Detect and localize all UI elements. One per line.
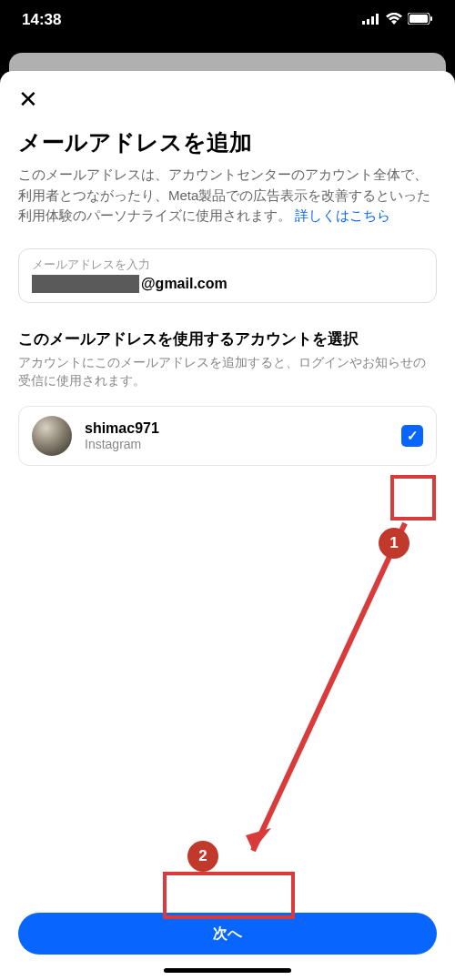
account-checkbox[interactable]: ✓ [401, 425, 423, 447]
account-platform: Instagram [85, 437, 389, 451]
avatar [32, 416, 72, 456]
redacted-email-prefix [32, 275, 139, 293]
svg-rect-1 [367, 19, 369, 25]
page-description: このメールアドレスは、アカウントセンターのアカウント全体で、利用者とつながったり… [18, 165, 437, 227]
battery-icon [408, 11, 433, 29]
email-input-value: @gmail.com [141, 276, 228, 292]
status-time: 14:38 [22, 11, 61, 29]
page-title: メールアドレスを追加 [18, 127, 437, 157]
annotation-step-1: 1 [379, 528, 410, 559]
email-input-label: メールアドレスを入力 [32, 257, 423, 273]
svg-rect-2 [371, 16, 374, 25]
close-button[interactable]: ✕ [18, 87, 38, 111]
annotation-highlight-checkbox [390, 475, 436, 520]
status-indicators [362, 11, 433, 29]
status-bar: 14:38 [0, 0, 455, 40]
svg-rect-6 [430, 16, 432, 21]
account-row[interactable]: shimac971 Instagram ✓ [18, 406, 437, 466]
account-username: shimac971 [85, 420, 389, 437]
svg-rect-3 [376, 14, 379, 25]
close-icon: ✕ [18, 86, 38, 113]
svg-rect-0 [362, 21, 365, 25]
check-icon: ✓ [407, 428, 419, 444]
modal-sheet: ✕ メールアドレスを追加 このメールアドレスは、アカウントセンターのアカウント全… [0, 71, 455, 980]
select-account-description: アカウントにこのメールアドレスを追加すると、ログインやお知らせの受信に使用されま… [18, 353, 437, 390]
home-indicator[interactable] [164, 968, 291, 973]
annotation-highlight-next-button [163, 872, 295, 919]
signal-icon [362, 11, 380, 29]
annotation-step-2: 2 [187, 841, 218, 872]
select-account-title: このメールアドレスを使用するアカウントを選択 [18, 328, 437, 349]
svg-rect-5 [410, 15, 428, 23]
learn-more-link[interactable]: 詳しくはこちら [295, 207, 390, 223]
email-input[interactable]: メールアドレスを入力 @gmail.com [18, 248, 437, 303]
wifi-icon [386, 11, 402, 29]
